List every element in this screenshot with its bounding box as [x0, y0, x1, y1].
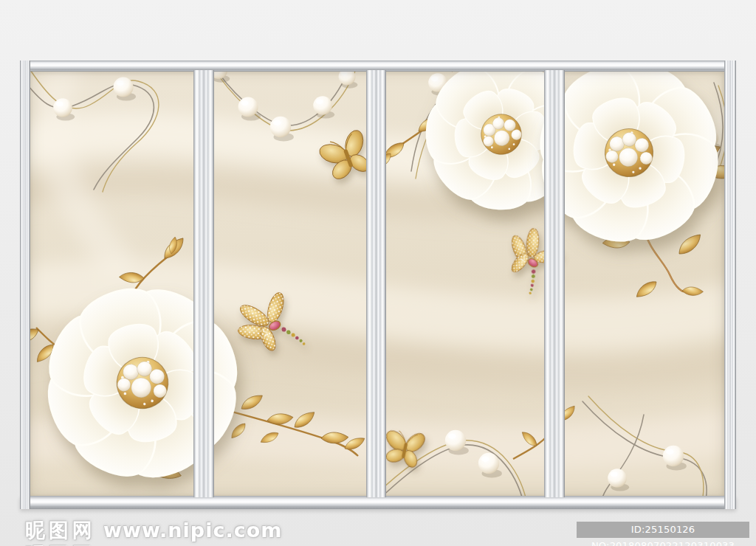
panel-divider-2 — [366, 70, 386, 497]
site-url-text: www.nipic.com — [103, 519, 282, 542]
artwork-frame — [20, 61, 736, 509]
image-id-badge: ID:25150126 NO:20180807022120310033 — [577, 522, 749, 538]
nipic-logo: 昵图网 — [25, 519, 96, 542]
frame-left-bar — [20, 61, 30, 509]
site-watermark: 昵图网www.nipic.com — [25, 517, 282, 542]
site-watermark-clipped-row: 昵图网 — [25, 542, 96, 546]
frame-bottom-bar — [20, 496, 736, 509]
frame-right-bar — [724, 61, 736, 509]
panel-divider-3 — [544, 70, 565, 497]
panel-divider-1 — [193, 70, 214, 497]
page-background: { "watermark": { "logo_text": "昵图网", "si… — [0, 0, 756, 546]
